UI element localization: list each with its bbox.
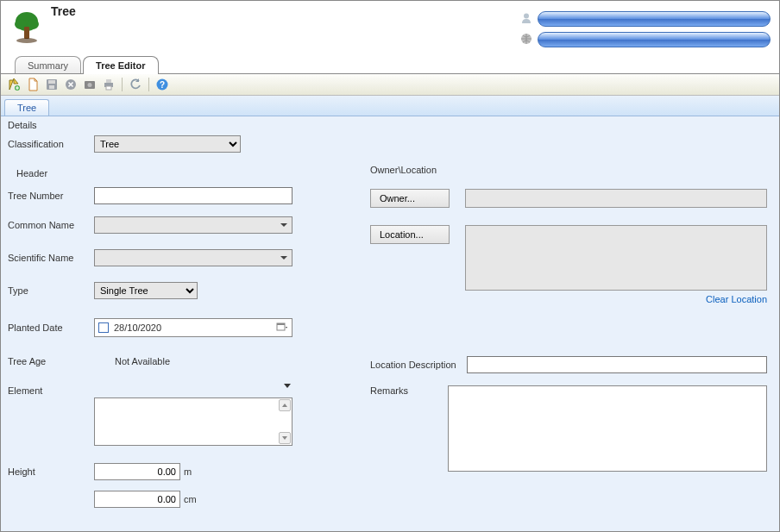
toolbar: ? — [1, 73, 779, 96]
scroll-up-icon[interactable] — [279, 399, 291, 411]
location-display — [465, 225, 767, 291]
document-icon[interactable] — [25, 77, 41, 92]
page-title: Tree — [51, 4, 76, 18]
refresh-icon[interactable] — [128, 77, 143, 92]
location-description-label: Location Description — [370, 360, 467, 370]
tab-tree-editor[interactable]: Tree Editor — [83, 56, 158, 74]
print-icon[interactable] — [101, 77, 116, 92]
owner-display — [465, 189, 767, 208]
scientific-name-label: Scientific Name — [8, 253, 94, 263]
svg-rect-9 — [48, 80, 55, 84]
user-dropdown-1[interactable] — [538, 11, 771, 27]
user-icon — [520, 12, 532, 26]
svg-rect-3 — [24, 27, 29, 39]
details-section-label: Details — [8, 120, 772, 130]
header-section-label: Header — [16, 168, 344, 178]
save-icon[interactable] — [44, 77, 60, 92]
svg-rect-15 — [106, 79, 111, 83]
planted-date-input[interactable]: 28/10/2020 — [94, 318, 292, 337]
help-icon[interactable]: ? — [154, 77, 170, 92]
height-unit: m — [184, 466, 192, 477]
tree-logo-icon — [9, 9, 44, 44]
clear-location-link[interactable]: Clear Location — [706, 294, 767, 304]
tree-number-label: Tree Number — [8, 191, 94, 201]
element-dropdown-icon[interactable] — [284, 384, 291, 388]
element-listbox[interactable] — [94, 397, 292, 446]
photo-icon[interactable] — [82, 77, 98, 92]
calendar-dropdown-icon[interactable] — [276, 322, 288, 334]
new-icon[interactable] — [6, 77, 22, 92]
location-description-input[interactable] — [467, 356, 767, 373]
tree-number-input[interactable] — [94, 187, 292, 204]
classification-label: Classification — [8, 139, 94, 149]
scientific-name-select[interactable] — [94, 249, 292, 266]
common-name-label: Common Name — [8, 220, 94, 230]
location-button[interactable]: Location... — [370, 225, 450, 244]
tab-summary[interactable]: Summary — [15, 56, 81, 73]
details-panel: Details Classification Tree Header Tree … — [1, 116, 779, 532]
tree-age-label: Tree Age — [8, 356, 94, 366]
classification-select[interactable]: Tree — [94, 135, 241, 153]
planted-date-checkbox[interactable] — [98, 322, 109, 333]
remarks-label: Remarks — [370, 385, 448, 396]
tree-age-value: Not Available — [94, 356, 170, 366]
svg-rect-10 — [49, 85, 54, 89]
inner-tab-bar: Tree — [1, 96, 779, 116]
right-column: Owner\Location Owner... Location... Clea… — [370, 165, 772, 520]
common-name-select[interactable] — [94, 216, 292, 234]
height-label: Height — [8, 466, 94, 477]
user-area — [520, 4, 771, 47]
width-unit: cm — [184, 494, 197, 504]
scroll-down-icon[interactable] — [279, 432, 291, 444]
remarks-textarea[interactable] — [448, 385, 767, 472]
type-label: Type — [8, 285, 94, 296]
svg-point-4 — [16, 38, 37, 43]
planted-date-label: Planted Date — [8, 322, 94, 333]
user-dropdown-2[interactable] — [538, 32, 771, 47]
svg-point-13 — [88, 83, 92, 87]
inner-tab-tree[interactable]: Tree — [4, 99, 49, 116]
height-input[interactable] — [94, 463, 180, 480]
globe-icon — [520, 33, 532, 47]
svg-text:?: ? — [160, 80, 165, 90]
svg-point-5 — [524, 14, 529, 19]
cancel-icon[interactable] — [63, 77, 79, 92]
owner-button[interactable]: Owner... — [370, 189, 450, 208]
type-select[interactable]: Single Tree — [94, 282, 198, 299]
header-bar: Tree — [1, 1, 779, 54]
owner-location-section-label: Owner\Location — [370, 165, 767, 175]
element-label: Element — [8, 385, 94, 396]
svg-rect-20 — [277, 323, 285, 325]
svg-rect-16 — [106, 86, 111, 90]
width-input[interactable] — [94, 491, 180, 508]
left-column: Header Tree Number Common Name Scientifi… — [8, 165, 344, 520]
main-tab-bar: Summary Tree Editor — [1, 54, 779, 73]
